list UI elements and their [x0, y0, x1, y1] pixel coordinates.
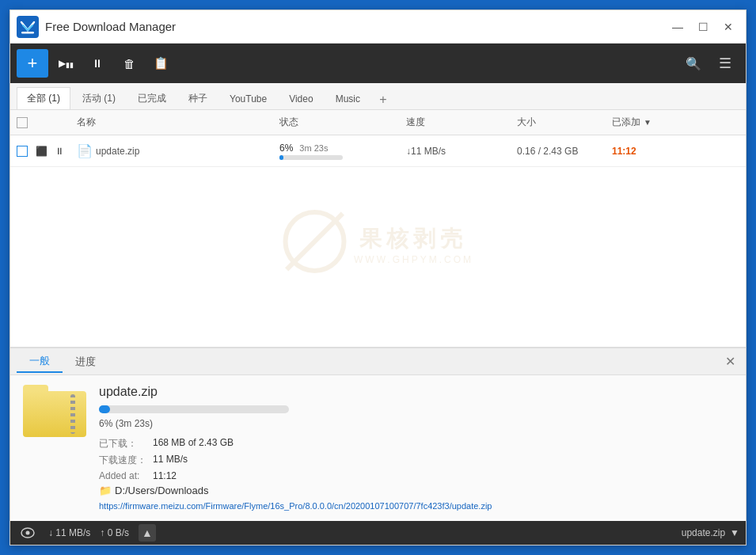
row-pause-icon[interactable]: ⏸ — [55, 146, 74, 157]
detail-progress-bar — [99, 405, 289, 413]
watermark: 果核剥壳 WWW.GHPYM.COM — [283, 210, 473, 273]
detail-download-link[interactable]: https://firmware.meizu.com/Firmware/Flym… — [99, 501, 733, 511]
detail-speed-value: 11 MB/s — [153, 454, 188, 467]
detail-tab-general[interactable]: 一般 — [17, 351, 63, 373]
maximize-button[interactable]: ☐ — [692, 16, 714, 38]
main-window: Free Download Manager — ☐ ✕ + ▶▮▮ ⏸ 🗑 📋 … — [9, 10, 747, 545]
app-logo — [17, 16, 39, 38]
app-title: Free Download Manager — [45, 20, 667, 33]
row-progress-fill — [279, 155, 283, 160]
tabs-bar: 全部 (1) 活动 (1) 已完成 种子 YouTube Video Music… — [10, 83, 746, 110]
row-progress-bar — [279, 155, 343, 160]
detail-folder-value: D:/Users/Downloads — [115, 485, 209, 496]
col-header-name: 名称 — [74, 116, 279, 129]
titlebar: Free Download Manager — ☐ ✕ — [10, 10, 746, 44]
detail-panel: 一般 进度 ✕ update.zip 6% (3m — [10, 347, 746, 521]
menu-icon: ☰ — [719, 55, 731, 72]
detail-folder-row: 📁 D:/Users/Downloads — [99, 485, 733, 496]
move-icon: 📋 — [154, 56, 169, 70]
statusbar-dropdown[interactable]: ▼ — [730, 527, 739, 538]
file-icon-large — [23, 385, 86, 456]
detail-added-row: Added at: 11:12 — [99, 470, 733, 481]
trash-icon: 🗑 — [123, 57, 135, 70]
detail-close-button[interactable]: ✕ — [720, 352, 739, 371]
statusbar-right: update.zip ▼ — [682, 527, 739, 538]
menu-button[interactable]: ☰ — [711, 49, 739, 78]
svg-rect-1 — [21, 32, 34, 34]
minimize-button[interactable]: — — [667, 16, 689, 38]
row-filename: 📄 update.zip — [74, 143, 279, 158]
toolbar: + ▶▮▮ ⏸ 🗑 📋 🔍 ☰ — [10, 44, 746, 83]
folder-icon-small: 📁 — [99, 485, 112, 496]
detail-downloaded-row: 已下载： 168 MB of 2.43 GB — [99, 437, 733, 450]
tab-completed[interactable]: 已完成 — [127, 87, 177, 109]
current-file-name: update.zip — [682, 527, 725, 538]
close-button[interactable]: ✕ — [717, 16, 739, 38]
tab-video[interactable]: Video — [279, 87, 323, 109]
table-row[interactable]: ⬛ ⏸ 📄 update.zip 6% 3m 23s — [10, 135, 746, 167]
window-controls: — ☐ ✕ — [667, 16, 739, 38]
pause-button[interactable]: ⏸ — [83, 49, 112, 78]
col-header-added: 已添加 ▼ — [612, 116, 739, 129]
row-status: 6% 3m 23s — [279, 143, 406, 160]
row-size: 0.16 / 2.43 GB — [517, 146, 612, 157]
detail-tab-progress[interactable]: 进度 — [63, 351, 108, 373]
tab-active[interactable]: 活动 (1) — [72, 87, 126, 109]
tab-music[interactable]: Music — [325, 87, 370, 109]
tab-torrent[interactable]: 种子 — [178, 87, 218, 109]
download-speed: ↓ 11 MB/s — [48, 527, 90, 538]
detail-speed-label: 下载速度： — [99, 454, 146, 467]
sort-icon[interactable]: ▼ — [644, 118, 652, 127]
svg-point-3 — [26, 531, 30, 535]
col-header-status: 状态 — [279, 116, 406, 129]
eye-icon — [21, 527, 35, 538]
move-button[interactable]: 📋 — [146, 49, 175, 78]
col-header-size: 大小 — [517, 116, 612, 129]
tab-all[interactable]: 全部 (1) — [17, 87, 70, 109]
detail-tabs: 一般 进度 ✕ — [10, 348, 746, 375]
row-checkbox[interactable] — [17, 146, 28, 157]
detail-filename: update.zip — [99, 385, 733, 399]
table-header: 名称 状态 速度 大小 已添加 ▼ — [10, 110, 746, 135]
search-button[interactable]: 🔍 — [679, 49, 708, 78]
detail-downloaded-value: 168 MB of 2.43 GB — [153, 437, 234, 450]
detail-downloaded-label: 已下载： — [99, 437, 146, 450]
delete-button[interactable]: 🗑 — [115, 49, 143, 78]
detail-info: update.zip 6% (3m 23s) 已下载： 168 MB of 2.… — [99, 385, 733, 511]
statusbar: ↓ 11 MB/s ↑ 0 B/s ▲ update.zip ▼ — [10, 521, 746, 545]
select-all-checkbox[interactable] — [17, 117, 28, 128]
upload-speed: ↑ 0 B/s — [100, 527, 129, 538]
detail-progress-fill — [99, 405, 110, 413]
detail-content: update.zip 6% (3m 23s) 已下载： 168 MB of 2.… — [10, 375, 746, 520]
row-added: 11:12 — [612, 146, 739, 157]
search-icon: 🔍 — [686, 56, 701, 71]
play-icon: ▶▮▮ — [59, 58, 74, 69]
download-list: ⬛ ⏸ 📄 update.zip 6% 3m 23s — [10, 135, 746, 347]
add-download-button[interactable]: + — [17, 49, 48, 78]
expand-button[interactable]: ▲ — [139, 524, 156, 542]
detail-added-label: Added at: — [99, 470, 146, 481]
tab-youtube[interactable]: YouTube — [219, 87, 277, 109]
col-header-speed: 速度 — [406, 116, 517, 129]
detail-progress-text: 6% (3m 23s) — [99, 418, 733, 429]
pause-icon: ⏸ — [92, 57, 103, 70]
eye-button[interactable] — [17, 522, 39, 544]
detail-added-value: 11:12 — [153, 470, 177, 481]
svg-rect-0 — [17, 16, 39, 38]
detail-speed-row: 下载速度： 11 MB/s — [99, 454, 733, 467]
play-button[interactable]: ▶▮▮ — [51, 49, 80, 78]
add-tab-button[interactable]: + — [374, 90, 393, 109]
row-speed: ↓11 MB/s — [406, 146, 517, 157]
row-status-icon: ⬛ — [36, 146, 55, 157]
